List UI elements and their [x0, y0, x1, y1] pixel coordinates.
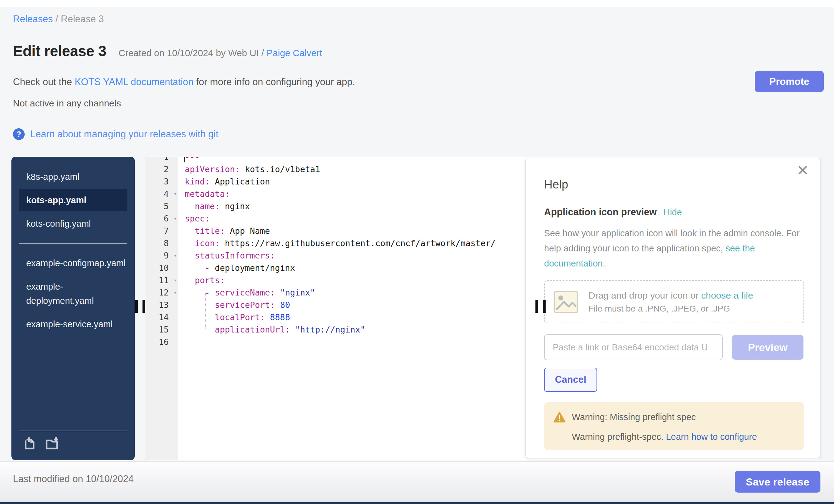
file-tree-sidebar: k8s-app.yamlkots-app.yamlkots-config.yam…: [12, 157, 135, 460]
learn-configure-link[interactable]: Learn how to configure: [666, 432, 757, 442]
cancel-button[interactable]: Cancel: [544, 368, 597, 392]
breadcrumb-separator: /: [53, 14, 61, 24]
file-item-example-configmap-yaml[interactable]: example-configmap.yaml: [19, 252, 127, 274]
line-number: 7: [145, 225, 178, 237]
close-icon[interactable]: ✕: [797, 163, 809, 178]
line-number: 8: [145, 237, 178, 249]
breadcrumb: Releases / Release 3: [13, 14, 104, 25]
line-number: 1: [145, 157, 178, 163]
sidebar-resize-handle[interactable]: [135, 300, 145, 313]
help-panel-title: Help: [544, 178, 804, 191]
line-number: 9▾: [145, 249, 178, 262]
file-tree-footer: [19, 431, 127, 455]
promote-button[interactable]: Promote: [755, 71, 824, 92]
warning-body: Warning preflight-spec.: [572, 432, 666, 442]
indent-guide: [205, 293, 206, 329]
image-placeholder-icon: [553, 290, 578, 313]
line-number: 3: [145, 176, 178, 188]
last-modified-text: Last modified on 10/10/2024: [13, 474, 134, 485]
intro-suffix: for more info on configuring your app.: [193, 76, 355, 87]
icon-preview-title: Application icon preview: [544, 207, 657, 218]
line-number: 12▾: [145, 287, 178, 299]
icon-preview-description: See how your application icon will look …: [544, 226, 806, 271]
hide-link[interactable]: Hide: [663, 207, 682, 217]
choose-file-link[interactable]: choose a file: [701, 290, 753, 301]
footer-bar: Last modified on 10/10/2024 Save release: [0, 461, 834, 502]
file-requirements: File must be a .PNG, .JPEG, or .JPG: [589, 304, 753, 314]
fold-arrow-icon[interactable]: ▾: [174, 274, 177, 287]
line-number: 13: [145, 299, 178, 311]
intro-prefix: Check out the: [13, 76, 75, 87]
help-panel: ✕ Help Application icon preview Hide See…: [525, 158, 820, 458]
description-period: .: [603, 259, 605, 268]
fold-arrow-icon[interactable]: ▾: [174, 213, 177, 225]
page-title: Edit release 3: [13, 43, 106, 60]
save-release-button[interactable]: Save release: [735, 471, 820, 492]
fold-arrow-icon[interactable]: ▾: [174, 188, 177, 200]
drop-zone-text: Drag and drop your icon or choose a file…: [589, 290, 753, 314]
file-list: k8s-app.yamlkots-app.yamlkots-config.yam…: [19, 166, 127, 335]
warning-title: Warning: Missing preflight spec: [572, 412, 696, 422]
line-number: 10: [145, 262, 178, 274]
help-panel-resize-handle[interactable]: [535, 300, 546, 313]
description-text: See how your application icon will look …: [544, 228, 800, 253]
line-number: 11▾: [145, 274, 178, 287]
file-item-kots-app-yaml[interactable]: kots-app.yaml: [19, 190, 127, 211]
add-folder-icon[interactable]: [45, 436, 59, 450]
file-item-example-deployment-yaml[interactable]: example-deployment.yaml: [19, 276, 127, 311]
line-number: 16: [145, 336, 178, 348]
line-number: 15: [145, 324, 178, 336]
preview-button[interactable]: Preview: [732, 335, 804, 360]
title-row: Edit release 3 Created on 10/10/2024 by …: [13, 43, 322, 60]
add-file-icon[interactable]: [23, 436, 37, 450]
created-author-link[interactable]: Paige Calvert: [266, 48, 322, 58]
drop-instruction: Drag and drop your icon or: [589, 290, 701, 301]
breadcrumb-current: Release 3: [61, 14, 104, 24]
kots-yaml-doc-link[interactable]: KOTS YAML documentation: [75, 76, 193, 87]
icon-drop-zone[interactable]: Drag and drop your icon or choose a file…: [544, 280, 804, 323]
created-info: Created on 10/10/2024 by Web UI / Paige …: [119, 48, 322, 58]
line-number: 4▾: [145, 188, 178, 200]
intro-text: Check out the KOTS YAML documentation fo…: [13, 76, 355, 88]
channel-status: Not active in any channels: [13, 98, 121, 109]
bottom-strip: [0, 502, 834, 504]
file-item-k8s-app-yaml[interactable]: k8s-app.yaml: [19, 166, 127, 188]
file-item-kots-config-yaml[interactable]: kots-config.yaml: [19, 213, 127, 235]
line-number: 2: [145, 163, 178, 176]
fold-arrow-icon[interactable]: ▾: [174, 287, 177, 299]
breadcrumb-releases-link[interactable]: Releases: [13, 14, 53, 24]
question-icon: ?: [13, 128, 25, 140]
icon-url-input[interactable]: [544, 334, 723, 360]
preflight-warning: Warning: Missing preflight spec Warning …: [544, 402, 804, 450]
git-help-link[interactable]: ? Learn about managing your releases wit…: [13, 128, 218, 140]
file-item-example-service-yaml[interactable]: example-service.yaml: [19, 313, 127, 335]
editor-cursor: [184, 157, 185, 162]
line-number: 5: [145, 200, 178, 213]
line-number: 6▾: [145, 213, 178, 225]
icon-url-row: Preview: [544, 334, 804, 360]
created-text: Created on 10/10/2024 by Web UI /: [119, 48, 267, 58]
line-number: 14: [145, 311, 178, 324]
icon-preview-section-header: Application icon preview Hide: [544, 207, 804, 218]
top-band: [0, 0, 834, 7]
warning-icon: [553, 412, 566, 422]
fold-arrow-icon[interactable]: ▾: [174, 249, 177, 262]
file-list-divider: [19, 243, 127, 244]
git-help-label: Learn about managing your releases with …: [30, 129, 218, 140]
editor-gutter: 1234▾56▾789▾1011▾12▾13141516: [145, 157, 178, 460]
edit-release-page: Releases / Release 3 Edit release 3 Crea…: [0, 0, 834, 504]
